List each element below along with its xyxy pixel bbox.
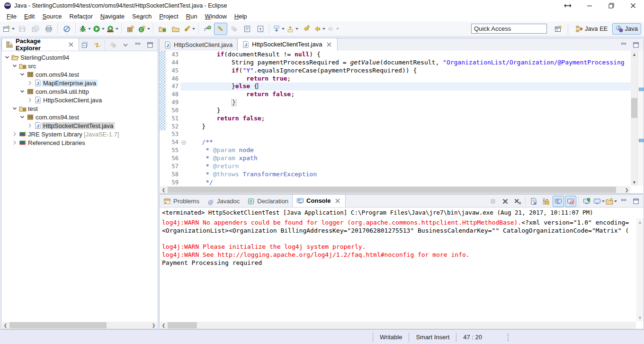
scroll-right-arrow[interactable]: ❯ bbox=[623, 186, 630, 193]
code-text[interactable]: * @throws TransformerException bbox=[187, 171, 631, 179]
tab-package-explorer[interactable]: Package Explorer bbox=[1, 38, 79, 51]
minimize-view-button[interactable] bbox=[618, 196, 629, 207]
open-perspective-button[interactable] bbox=[552, 23, 565, 35]
line-number[interactable]: 55 bbox=[166, 146, 180, 154]
marker-bar[interactable] bbox=[160, 130, 166, 138]
close-icon[interactable] bbox=[325, 41, 333, 48]
dropdown-caret-icon[interactable] bbox=[192, 28, 195, 30]
line-number[interactable]: 56 bbox=[166, 154, 180, 163]
open-console-button[interactable] bbox=[606, 196, 617, 207]
close-icon[interactable] bbox=[334, 197, 341, 205]
chevron-right-icon[interactable] bbox=[26, 79, 34, 87]
dropdown-caret-icon[interactable] bbox=[295, 28, 298, 30]
chevron-down-icon[interactable] bbox=[18, 88, 26, 95]
scrollbar-thumb[interactable] bbox=[631, 98, 637, 118]
perspective-java[interactable]: JJava bbox=[612, 23, 641, 35]
code-text[interactable]: }else { bbox=[187, 82, 631, 91]
console-hscrollbar[interactable]: ❮ bbox=[160, 322, 636, 329]
chevron-right-icon[interactable] bbox=[11, 139, 18, 146]
new-java-class-button[interactable]: C bbox=[137, 23, 151, 35]
folding-column[interactable] bbox=[180, 146, 187, 154]
folding-column[interactable] bbox=[180, 99, 187, 107]
remove-all-terminated-button[interactable] bbox=[512, 196, 523, 207]
dropdown-caret-icon[interactable] bbox=[602, 200, 605, 202]
view-menu-button[interactable] bbox=[120, 39, 131, 51]
tab-declaration[interactable]: Declaration bbox=[243, 195, 292, 207]
close-icon[interactable] bbox=[67, 41, 75, 48]
new-wizard-button[interactable] bbox=[2, 23, 16, 35]
menu-edit[interactable]: Edit bbox=[20, 12, 38, 21]
open-task-button[interactable] bbox=[169, 23, 182, 35]
pin-console-button[interactable] bbox=[581, 196, 592, 207]
console-vscrollbar[interactable]: ▲ ▼ bbox=[636, 218, 644, 321]
tree-item-httpsocketclienttest-java[interactable]: JHttpSocketClientTest.java bbox=[1, 121, 158, 130]
menu-file[interactable]: File bbox=[3, 12, 20, 21]
tree-item-com-oms94-test[interactable]: com.oms94.test bbox=[1, 70, 158, 79]
marker-bar[interactable] bbox=[160, 59, 166, 67]
minimize-view-button[interactable] bbox=[132, 39, 143, 51]
editor-hscrollbar[interactable]: ❮ ❯ bbox=[160, 186, 630, 193]
code-text[interactable]: /** bbox=[187, 138, 631, 146]
menu-navigate[interactable]: Navigate bbox=[97, 12, 128, 21]
minimize-button[interactable] bbox=[579, 0, 600, 11]
scroll-up-arrow[interactable]: ▲ bbox=[636, 218, 644, 226]
perspective-java-ee[interactable]: Java EE bbox=[572, 23, 611, 35]
code-text[interactable]: } bbox=[187, 107, 631, 115]
scroll-left-arrow[interactable]: ❮ bbox=[2, 322, 9, 329]
line-number[interactable]: 51 bbox=[166, 115, 180, 123]
menu-search[interactable]: Search bbox=[128, 12, 155, 21]
clear-console-button[interactable] bbox=[528, 196, 539, 207]
restore-button[interactable] bbox=[600, 0, 622, 11]
package-explorer-hscrollbar[interactable]: ❮ ❯ bbox=[2, 322, 157, 329]
chevron-right-icon[interactable] bbox=[26, 96, 34, 104]
marker-bar[interactable] bbox=[160, 123, 166, 131]
back-button[interactable] bbox=[313, 23, 326, 35]
dropdown-caret-icon[interactable] bbox=[282, 28, 285, 30]
chevron-down-icon[interactable] bbox=[11, 62, 18, 70]
annotation-pair-button[interactable] bbox=[227, 23, 241, 35]
print-button[interactable] bbox=[42, 23, 55, 35]
dropdown-caret-icon[interactable] bbox=[147, 28, 150, 30]
code-text[interactable]: * @param xpath bbox=[187, 154, 631, 163]
scrollbar-thumb[interactable] bbox=[9, 322, 107, 328]
display-console-button[interactable] bbox=[593, 196, 605, 207]
menu-source[interactable]: Source bbox=[38, 12, 65, 21]
tree-item-sterlingcustom94[interactable]: SterlingCustom94 bbox=[1, 53, 158, 62]
scroll-right-arrow[interactable]: ❯ bbox=[150, 322, 157, 329]
folding-column[interactable] bbox=[180, 75, 187, 83]
tree-item-com-oms94-test[interactable]: com.oms94.test bbox=[1, 113, 158, 121]
menu-window[interactable]: Window bbox=[201, 12, 231, 21]
occurrence-marker[interactable] bbox=[639, 139, 644, 142]
scrollbar-thumb[interactable] bbox=[168, 187, 616, 193]
collapse-all-button[interactable] bbox=[79, 39, 90, 51]
show-stdout-button[interactable] bbox=[553, 196, 564, 207]
line-number[interactable]: 50 bbox=[166, 107, 180, 115]
marker-bar[interactable] bbox=[160, 115, 166, 123]
line-number[interactable]: 53 bbox=[166, 130, 180, 138]
line-number[interactable]: 46 bbox=[166, 75, 180, 83]
mark-occurrences-button[interactable] bbox=[214, 23, 227, 35]
editor-vscrollbar[interactable]: ▲ ▼ bbox=[631, 51, 638, 186]
occurrence-marker[interactable] bbox=[639, 88, 644, 91]
code-text[interactable]: */ bbox=[187, 179, 631, 186]
run-button[interactable] bbox=[92, 23, 106, 35]
focus-task-button[interactable] bbox=[107, 39, 119, 51]
folding-column[interactable] bbox=[180, 82, 187, 91]
maximize-view-button[interactable] bbox=[630, 39, 642, 51]
scroll-lock-button[interactable] bbox=[540, 196, 552, 207]
close-button[interactable] bbox=[622, 0, 644, 11]
code-text[interactable]: * @param node bbox=[187, 146, 631, 154]
marker-bar[interactable] bbox=[160, 138, 166, 146]
show-stderr-button[interactable] bbox=[565, 196, 576, 207]
scroll-left-arrow[interactable]: ❮ bbox=[160, 322, 167, 329]
marker-bar[interactable] bbox=[160, 154, 166, 163]
marker-bar[interactable] bbox=[160, 179, 166, 186]
marker-bar[interactable] bbox=[160, 91, 166, 99]
search-button[interactable] bbox=[182, 23, 196, 35]
remove-launch-button[interactable] bbox=[500, 196, 511, 207]
folding-column[interactable] bbox=[180, 163, 187, 171]
toggle-breadcrumb-button[interactable]: G bbox=[201, 23, 214, 35]
chevron-down-icon[interactable] bbox=[18, 71, 26, 78]
dropdown-caret-icon[interactable] bbox=[322, 28, 325, 30]
code-text[interactable]: } bbox=[187, 99, 631, 107]
